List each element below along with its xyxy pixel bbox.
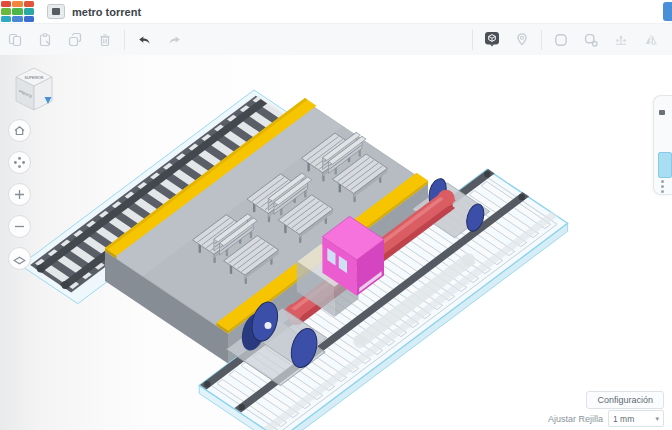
delete-button[interactable] — [92, 28, 118, 52]
toolbar-separator — [124, 30, 125, 50]
ungroup-button[interactable] — [578, 28, 604, 52]
mirror-icon — [643, 32, 659, 48]
grid-size-dropdown[interactable]: 1 mm ▾ — [608, 410, 664, 427]
group-button[interactable] — [548, 28, 574, 52]
toolbar — [0, 23, 672, 56]
grid-label: Ajustar Rejilla — [548, 414, 603, 424]
logo-tile — [12, 16, 22, 22]
align-icon — [613, 32, 629, 48]
zoom-out-icon — [12, 219, 27, 234]
workplane-badge-icon — [483, 30, 501, 49]
undo-icon — [136, 32, 153, 48]
zoom-in-icon — [12, 187, 27, 202]
workplane-button[interactable] — [479, 28, 505, 52]
ruler-pin-button[interactable] — [509, 28, 535, 52]
toolbar-separator — [472, 30, 473, 50]
fit-view-button[interactable] — [8, 151, 31, 174]
logo-tile — [12, 8, 22, 14]
chevron-down-icon: ▾ — [655, 415, 659, 423]
fit-view-icon — [12, 155, 27, 170]
perspective-toggle-button[interactable] — [8, 247, 31, 270]
pin-icon — [514, 31, 530, 48]
view-nav-column — [8, 119, 31, 270]
panel-handle-icon — [659, 110, 665, 115]
ungroup-icon — [583, 32, 599, 48]
viewport-3d[interactable]: SUPERIOR FRENTE — [0, 55, 672, 430]
duplicate-icon — [67, 32, 83, 48]
group-icon — [553, 32, 569, 48]
perspective-icon — [12, 251, 27, 266]
trash-icon — [97, 32, 113, 48]
account-button[interactable] — [663, 2, 672, 21]
copy-icon — [7, 32, 23, 48]
copy-button[interactable] — [2, 28, 28, 52]
align-button[interactable] — [608, 28, 634, 52]
home-view-button[interactable] — [8, 119, 31, 142]
undo-button[interactable] — [131, 28, 157, 52]
document-icon[interactable] — [47, 4, 65, 19]
paste-button[interactable] — [32, 28, 58, 52]
zoom-in-button[interactable] — [8, 183, 31, 206]
collapsed-side-panel[interactable] — [653, 95, 672, 195]
duplicate-button[interactable] — [62, 28, 88, 52]
panel-dots-icon — [661, 180, 664, 193]
toolbar-separator — [541, 30, 542, 50]
tinkercad-logo[interactable] — [0, 0, 35, 23]
logo-tile — [24, 8, 34, 14]
settings-button[interactable]: Configuración — [586, 391, 664, 409]
view-cube[interactable]: SUPERIOR FRENTE — [13, 66, 55, 114]
logo-tile — [1, 8, 11, 14]
scene-canvas[interactable] — [0, 55, 672, 430]
paste-icon — [37, 32, 53, 48]
grid-controls: Ajustar Rejilla 1 mm ▾ — [548, 410, 664, 427]
zoom-out-button[interactable] — [8, 215, 31, 238]
grid-size-value: 1 mm — [613, 414, 634, 424]
logo-tile — [1, 16, 11, 22]
logo-tile — [12, 1, 22, 7]
design-title[interactable]: metro torrent — [72, 6, 141, 18]
logo-tile — [24, 16, 34, 22]
logo-tile — [24, 1, 34, 7]
home-icon — [12, 123, 27, 138]
mirror-button[interactable] — [638, 28, 664, 52]
logo-tile — [1, 1, 11, 7]
cube-top-label: SUPERIOR — [25, 76, 44, 80]
redo-button[interactable] — [161, 28, 187, 52]
redo-icon — [166, 32, 183, 48]
title-bar: metro torrent — [0, 0, 672, 23]
panel-highlight-item[interactable] — [658, 152, 672, 178]
